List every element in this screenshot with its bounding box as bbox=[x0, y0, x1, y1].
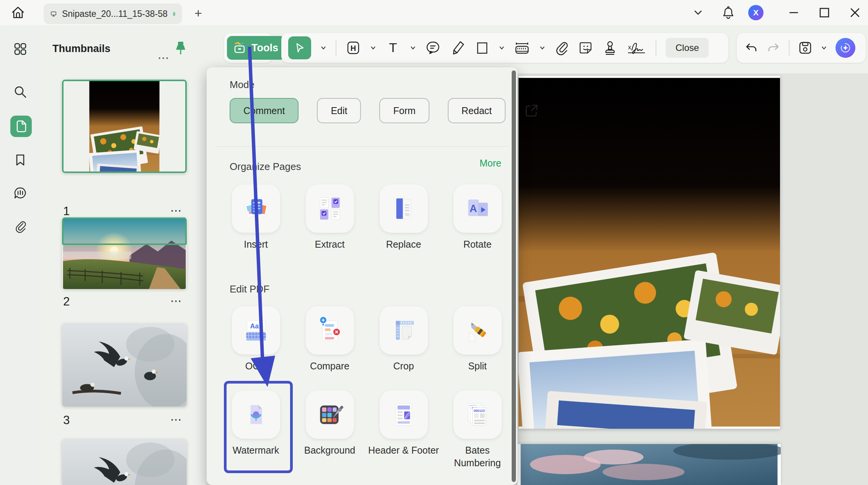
sidebar-item-attachments[interactable] bbox=[0, 216, 40, 237]
sidebar-item-search[interactable] bbox=[0, 81, 40, 103]
tools-button[interactable]: Tools bbox=[227, 36, 285, 60]
undo-button[interactable] bbox=[744, 41, 758, 55]
sidebar-item-apps[interactable] bbox=[0, 38, 40, 60]
thumbnails-title: Thumbnails bbox=[52, 43, 111, 55]
document-tab[interactable]: Snipaste_20...11_15-38-58 bbox=[44, 3, 182, 24]
svg-text:T: T bbox=[389, 40, 397, 55]
close-window-button[interactable] bbox=[844, 0, 866, 25]
save-chevron-icon[interactable] bbox=[821, 45, 827, 51]
pencil-tool-button[interactable] bbox=[450, 40, 466, 56]
tool-tile-bates-numbering[interactable]: 000123 Bates Numbering bbox=[442, 390, 513, 469]
page-1-menu-button[interactable]: ⋯ bbox=[170, 204, 193, 217]
notifications-button[interactable] bbox=[719, 0, 738, 25]
text-tool-button[interactable]: T bbox=[385, 40, 401, 56]
tool-tile-compare[interactable]: Compare bbox=[294, 306, 365, 372]
close-mode-button[interactable]: Close bbox=[666, 38, 709, 58]
mode-option-redact[interactable]: Redact bbox=[448, 98, 506, 123]
close-label: Close bbox=[675, 42, 699, 53]
cursor-icon bbox=[294, 42, 305, 54]
mode-option-label: Redact bbox=[462, 105, 492, 116]
shape-tool-button[interactable] bbox=[475, 41, 489, 55]
page-2-preview-image bbox=[62, 217, 187, 289]
select-tool-chevron-icon[interactable] bbox=[320, 45, 326, 51]
tool-tile-rotate[interactable]: A Rotate bbox=[442, 185, 513, 251]
redo-button[interactable] bbox=[767, 41, 780, 55]
history-save-toolbar bbox=[737, 33, 866, 63]
bell-icon bbox=[721, 6, 735, 20]
tile-label: Watermark bbox=[220, 444, 291, 457]
tools-menu-panel: Mode Comment Edit Form Redact Organize P… bbox=[207, 67, 517, 485]
tool-tile-extract[interactable]: Extract bbox=[294, 185, 365, 251]
tools-button-group: Tools bbox=[224, 33, 272, 63]
page-2-menu-button[interactable]: ⋯ bbox=[170, 294, 193, 307]
sticker-tool-button[interactable] bbox=[578, 40, 594, 56]
account-button[interactable]: X bbox=[746, 0, 765, 25]
toolbar-separator bbox=[789, 40, 790, 56]
organize-more-link[interactable]: More bbox=[455, 158, 501, 169]
minimize-button[interactable] bbox=[783, 0, 804, 25]
tile-label: Background bbox=[294, 444, 365, 457]
pin-panel-button[interactable] bbox=[174, 41, 187, 57]
attach-file-button[interactable] bbox=[555, 40, 569, 56]
thumbnail-page-4[interactable] bbox=[62, 439, 187, 485]
titlebar: Snipaste_20...11_15-38-58 + X bbox=[0, 0, 868, 25]
thumbnail-page-3[interactable] bbox=[62, 323, 187, 407]
svg-text:x: x bbox=[628, 44, 631, 51]
text-tool-chevron-icon[interactable] bbox=[410, 45, 416, 51]
tool-tile-ocr[interactable]: Aa OCR bbox=[220, 306, 291, 372]
thumbnail-page-2[interactable] bbox=[62, 217, 187, 289]
mode-option-comment[interactable]: Comment bbox=[230, 98, 299, 123]
insert-pages-icon bbox=[242, 194, 270, 223]
tool-tile-crop[interactable]: Crop bbox=[368, 306, 439, 372]
page-number: 1 bbox=[63, 204, 70, 218]
mode-option-form[interactable]: Form bbox=[379, 98, 429, 123]
maximize-button[interactable] bbox=[814, 0, 835, 25]
undo-icon bbox=[744, 41, 758, 55]
tool-tile-background[interactable]: Background bbox=[294, 390, 365, 469]
stamp-tool-button[interactable] bbox=[603, 40, 617, 56]
tab-list-button[interactable] bbox=[689, 0, 707, 25]
mode-option-label: Form bbox=[393, 105, 415, 116]
svg-text:Aa: Aa bbox=[250, 322, 259, 330]
ai-assistant-button[interactable] bbox=[835, 38, 855, 58]
main-toolbar: H T bbox=[281, 33, 728, 63]
sidebar-item-bookmarks[interactable] bbox=[0, 149, 40, 171]
thumbnail-page-1[interactable] bbox=[62, 80, 187, 173]
mode-option-edit[interactable]: Edit bbox=[317, 98, 361, 123]
sidebar-item-comments[interactable] bbox=[0, 183, 40, 204]
highlight-tool-button[interactable]: H bbox=[346, 40, 361, 56]
comment-bubble-icon bbox=[425, 40, 441, 56]
edit-tiles-row-1: Aa OCR Compare bbox=[219, 306, 514, 372]
home-button[interactable] bbox=[10, 5, 26, 22]
tile-label: Rotate bbox=[442, 238, 513, 251]
background-icon bbox=[316, 400, 344, 429]
shape-chevron-icon[interactable] bbox=[499, 45, 505, 51]
panel-drag-handle[interactable]: ⋯ bbox=[153, 52, 175, 64]
tool-tile-split[interactable]: Split bbox=[442, 306, 513, 372]
tile-label: OCR bbox=[220, 360, 291, 372]
mode-option-label: Comment bbox=[243, 105, 285, 116]
header-footer-icon bbox=[390, 400, 418, 429]
panel-scrollbar[interactable] bbox=[512, 70, 516, 482]
measure-tool-button[interactable] bbox=[514, 40, 530, 56]
new-tab-button[interactable]: + bbox=[190, 5, 207, 21]
pin-icon bbox=[174, 41, 187, 56]
select-tool-button[interactable] bbox=[288, 36, 311, 59]
tool-tile-watermark[interactable]: Watermark bbox=[220, 390, 291, 469]
toolbar-separator bbox=[656, 40, 656, 56]
tool-tile-insert[interactable]: Insert bbox=[220, 185, 291, 251]
page-2-image bbox=[517, 444, 781, 485]
toolbar-separator bbox=[336, 40, 336, 56]
open-in-new-window-icon[interactable] bbox=[524, 103, 539, 118]
tool-tile-header-footer[interactable]: Header & Footer bbox=[368, 390, 439, 469]
save-button[interactable] bbox=[798, 41, 813, 55]
app-window: Snipaste_20...11_15-38-58 + X bbox=[0, 0, 868, 485]
highlight-chevron-icon[interactable] bbox=[370, 45, 376, 51]
measure-chevron-icon[interactable] bbox=[539, 45, 545, 51]
page-3-menu-button[interactable]: ⋯ bbox=[170, 413, 193, 426]
sidebar-item-thumbnails[interactable] bbox=[10, 116, 32, 137]
comment-tool-button[interactable] bbox=[425, 40, 441, 56]
signature-tool-button[interactable]: x bbox=[627, 40, 646, 56]
tool-tile-replace[interactable]: Replace bbox=[368, 185, 439, 251]
left-icon-rail bbox=[0, 25, 40, 485]
